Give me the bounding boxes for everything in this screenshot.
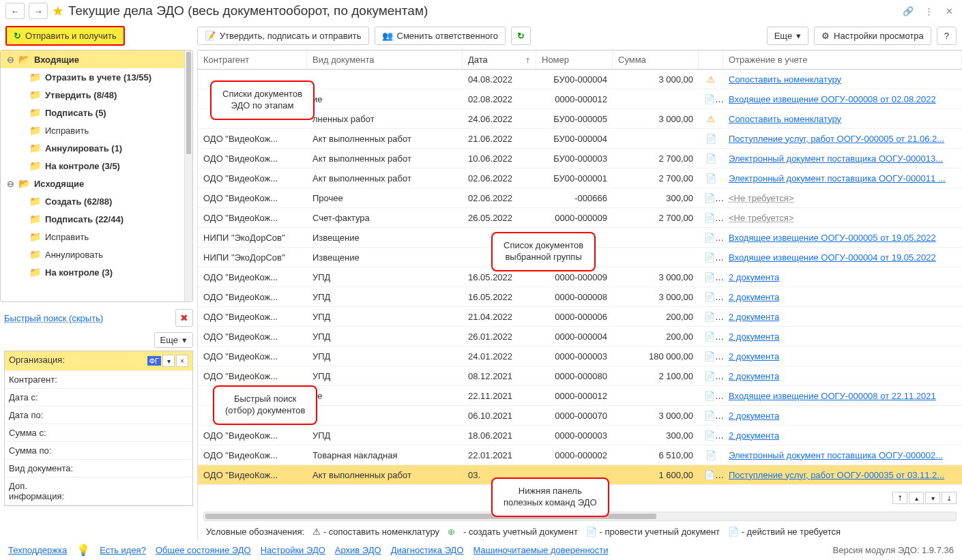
tree-scrollbar[interactable] (184, 50, 192, 301)
filter-org-value[interactable]: ФГ (147, 356, 161, 366)
close-icon[interactable]: ✕ (942, 3, 957, 18)
nav-forward-button[interactable]: → (29, 3, 48, 19)
table-row[interactable]: ОДО "ВидеоКож...УПД24.01.20220000-000003… (198, 347, 962, 366)
reflect-link[interactable]: Входящее извещение ООГУ-000005 от 19.05.… (729, 233, 936, 243)
table-row[interactable]: ОДО "ВидеоКож...Акт выполненных работ02.… (198, 168, 962, 188)
dropdown-button[interactable]: ▾ (162, 355, 175, 367)
reflect-link[interactable]: 2 документа (729, 371, 779, 381)
table-row[interactable]: ОДО "ВидеоКож...УПД18.06.20210000-000003… (198, 426, 962, 445)
tree-item[interactable]: 📁Создать (62/88) (1, 192, 192, 210)
filter-agent-input[interactable] (80, 371, 192, 388)
filter-date-from-input[interactable] (80, 389, 192, 406)
filter-doc-type-input[interactable] (80, 460, 192, 477)
refresh-button[interactable]: ↻ (511, 27, 531, 45)
tree-item[interactable]: 📁Аннулировать (1) (1, 139, 192, 157)
col-agent[interactable]: Контрагент (198, 50, 307, 69)
edo-settings-link[interactable]: Настройки ЭДО (261, 545, 325, 555)
nav-back-button[interactable]: ← (5, 3, 25, 19)
tree-item[interactable]: 📁На контроле (3) (1, 263, 192, 281)
reflect-link[interactable]: Электронный документ поставщика ООГУ-000… (729, 173, 946, 183)
tree-item[interactable]: 📁Отразить в учете (13/55) (1, 68, 192, 86)
table-row[interactable]: ОДО "ВидеоКож...УПД26.01.20220000-000004… (198, 327, 962, 347)
reflect-link[interactable]: Сопоставить номенклатуру (729, 114, 841, 124)
favorite-star-icon[interactable]: ★ (52, 3, 64, 19)
table-row[interactable]: ОДО "ВидеоКож...Акт выполненных работ21.… (198, 129, 962, 149)
table-row[interactable]: ОДО "ВидеоКож...Счет-фактура26.05.202200… (198, 208, 962, 228)
scroll-bottom-button[interactable]: ⤓ (942, 492, 957, 504)
filter-more-button[interactable]: Еще ▾ (154, 332, 193, 348)
table-row[interactable]: ОДО "ВидеоКож...УПД08.12.20210000-000080… (198, 366, 962, 386)
reflect-link[interactable]: <Не требуется> (729, 213, 793, 223)
tree-item[interactable]: 📁Исправить (1, 121, 192, 139)
reflect-link[interactable]: Электронный документ поставщика ООГУ-000… (729, 153, 943, 164)
reflect-link[interactable]: Поступление услуг, работ ООГУ-000005 от … (729, 134, 944, 144)
reflect-link[interactable]: Электронный документ поставщика ООГУ-000… (729, 450, 943, 460)
view-settings-button[interactable]: ⚙ Настройки просмотра (814, 27, 931, 45)
filter-date-to-input[interactable] (80, 407, 192, 424)
idea-link[interactable]: Есть идея? (100, 545, 146, 555)
reflect-link[interactable]: 2 документа (729, 411, 779, 421)
more-button[interactable]: Еще ▾ (767, 27, 808, 45)
collapse-icon[interactable]: ⊖ (6, 55, 14, 65)
table-row[interactable]: ОДО "ВидеоКож...УПД16.05.20220000-000008… (198, 287, 962, 307)
support-link[interactable]: Техподдержка (8, 545, 67, 555)
approve-sign-send-button[interactable]: 📝 Утвердить, подписать и отправить (197, 27, 369, 45)
tree-item[interactable]: 📁На контроле (3/5) (1, 157, 192, 175)
scroll-down-button[interactable]: ▾ (925, 492, 940, 504)
reflect-link[interactable]: 2 документа (729, 331, 779, 342)
reflect-link[interactable]: 2 документа (729, 351, 779, 362)
cell-date: 21.06.2022 (463, 132, 536, 145)
help-button[interactable]: ? (937, 27, 957, 45)
edo-mchd-link[interactable]: Машиночитаемые доверенности (473, 545, 609, 555)
table-row[interactable]: ОДО "ВидеоКож...Акт выполненных работ10.… (198, 149, 962, 168)
col-date[interactable]: Дата↑ (463, 50, 536, 69)
filter-panel: Организация: ФГ ▾ × Контрагент: Дата с: … (4, 351, 193, 506)
tree-item[interactable]: 📁Подписать (22/44) (1, 210, 192, 228)
reflect-link[interactable]: 2 документа (729, 430, 779, 441)
col-sum[interactable]: Сумма (613, 50, 699, 69)
quick-search-toggle[interactable]: Быстрый поиск (скрыть) (4, 313, 103, 323)
clear-search-button[interactable]: ✖ (175, 309, 193, 327)
reflect-link[interactable]: 2 документа (729, 292, 779, 302)
filter-sum-to-input[interactable] (80, 442, 192, 459)
table-row[interactable]: ОДО "ВидеоКож...Прочее02.06.2022-0006663… (198, 188, 962, 208)
chevron-down-icon: ▾ (796, 31, 801, 41)
scroll-top-button[interactable]: ⤒ (892, 492, 907, 504)
reflect-link[interactable]: Входящее извещение ООГУ-000008 от 02.08.… (729, 94, 936, 104)
tree-item-label: Исправить (45, 126, 89, 136)
tree-item[interactable]: 📁Утвердить (8/48) (1, 86, 192, 104)
filter-sum-to-label: Сумма по: (5, 442, 80, 459)
col-reflect[interactable]: Отражение в учете (723, 50, 962, 69)
tree-item[interactable]: 📁Подписать (5) (1, 104, 192, 121)
change-responsible-button[interactable]: 👥 Сменить ответственного (375, 27, 506, 45)
tree-outgoing[interactable]: ⊖ 📂 Исходящие (1, 175, 192, 192)
cell-sum (613, 98, 699, 100)
tree-incoming[interactable]: ⊖ 📂 Входящие (1, 50, 192, 68)
collapse-icon[interactable]: ⊖ (6, 179, 14, 189)
filter-extra-input[interactable] (80, 477, 192, 505)
col-num[interactable]: Номер (536, 50, 613, 69)
scroll-up-button[interactable]: ▴ (909, 492, 924, 504)
kebab-menu-icon[interactable]: ⋮ (921, 3, 936, 18)
tree-item[interactable]: 📁Исправить (1, 228, 192, 246)
reflect-link[interactable]: Поступление услуг, работ ООГУ-000035 от … (729, 470, 944, 480)
reflect-link[interactable]: 2 документа (729, 272, 779, 282)
reflect-link[interactable]: <Не требуется> (729, 193, 793, 203)
filter-sum-from-input[interactable] (80, 424, 192, 441)
clear-field-button[interactable]: × (176, 355, 188, 367)
send-receive-button[interactable]: ↻ Отправить и получить (5, 26, 125, 46)
filter-extra-label: Доп. информация: (5, 477, 80, 505)
edo-diag-link[interactable]: Диагностика ЭДО (391, 545, 464, 555)
edo-status-link[interactable]: Общее состояние ЭДО (156, 545, 251, 555)
reflect-link[interactable]: Входящее извещение ООГУ-000004 от 19.05.… (729, 252, 936, 263)
table-row[interactable]: ОДО "ВидеоКож...УПД21.04.20220000-000006… (198, 307, 962, 327)
tree-item[interactable]: 📁Аннулировать (1, 246, 192, 263)
table-row[interactable]: ОДО "ВидеоКож...Товарная накладная22.01.… (198, 445, 962, 465)
reflect-link[interactable]: Сопоставить номенклатуру (729, 74, 841, 85)
cell-link: Электронный документ поставщика ООГУ-000… (723, 172, 962, 185)
reflect-link[interactable]: Входящее извещение ООГУ-000008 от 22.11.… (729, 391, 936, 401)
edo-archive-link[interactable]: Архив ЭДО (335, 545, 381, 555)
col-doc[interactable]: Вид документа (307, 50, 463, 69)
link-icon[interactable]: 🔗 (901, 3, 916, 18)
reflect-link[interactable]: 2 документа (729, 312, 779, 322)
